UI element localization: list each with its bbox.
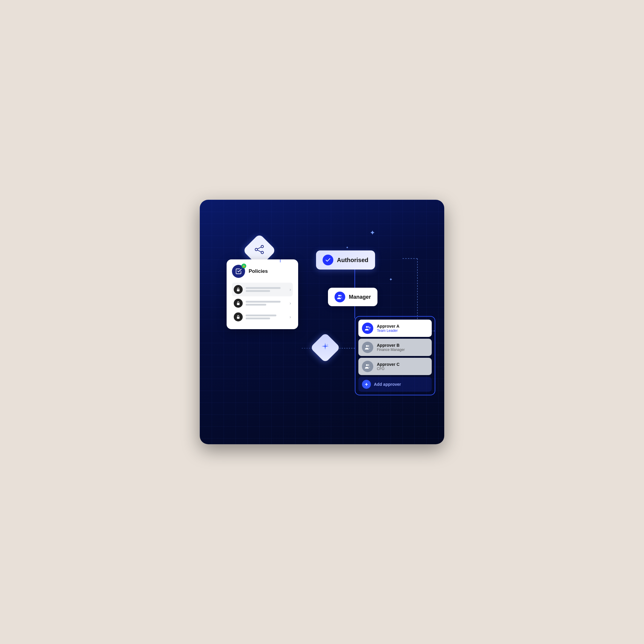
policy-row-3[interactable]: › bbox=[232, 310, 293, 324]
sparkle-star-1: ✦ bbox=[370, 230, 375, 236]
svg-point-10 bbox=[261, 251, 264, 254]
authorised-label: Authorised bbox=[337, 257, 369, 264]
share-icon bbox=[254, 244, 265, 257]
authorised-node: Authorised bbox=[316, 250, 375, 270]
policy-row-2[interactable]: › bbox=[232, 296, 293, 310]
svg-point-23 bbox=[366, 364, 368, 366]
svg-rect-14 bbox=[237, 303, 240, 305]
approver-c-icon bbox=[362, 361, 373, 372]
approver-b-name: Approver B bbox=[377, 343, 428, 348]
policy-lines-3 bbox=[246, 315, 287, 319]
approvers-panel: Approver A Team Leader Approver B Financ… bbox=[355, 316, 435, 395]
approver-a-role: Team Leader bbox=[377, 329, 428, 333]
svg-point-22 bbox=[368, 345, 369, 347]
manager-people-icon bbox=[335, 292, 345, 302]
svg-point-20 bbox=[369, 327, 371, 329]
sparkle-star-4: ✦ bbox=[346, 246, 349, 249]
policies-title: Policies bbox=[249, 268, 268, 274]
svg-point-24 bbox=[368, 364, 369, 366]
svg-line-12 bbox=[258, 250, 261, 252]
svg-point-9 bbox=[255, 248, 258, 251]
policy-row-1[interactable]: › bbox=[232, 283, 293, 296]
manager-label: Manager bbox=[349, 294, 371, 300]
approver-a-name: Approver A bbox=[377, 324, 428, 329]
policy-arrow-3: › bbox=[290, 315, 291, 319]
manager-node: Manager bbox=[328, 288, 377, 306]
svg-point-19 bbox=[368, 326, 369, 328]
svg-point-16 bbox=[338, 295, 340, 297]
add-approver-row[interactable]: + Add approver bbox=[358, 377, 432, 392]
approver-row-a[interactable]: Approver A Team Leader bbox=[358, 320, 432, 337]
main-card: ✦ ✦ ✦ ✦ 🔒 Policies bbox=[200, 200, 444, 444]
policy-arrow-1: › bbox=[290, 287, 291, 292]
policy-lock-icon-3 bbox=[234, 312, 243, 321]
approver-b-info: Approver B Finance Manager bbox=[377, 343, 428, 352]
svg-rect-15 bbox=[237, 317, 240, 319]
approver-a-icon bbox=[362, 323, 373, 334]
policies-icon-circle: 🔒 bbox=[232, 265, 245, 278]
policy-lock-icon-1 bbox=[234, 285, 243, 294]
svg-point-21 bbox=[366, 345, 368, 347]
policy-lines-1 bbox=[246, 287, 287, 292]
svg-point-17 bbox=[340, 295, 342, 297]
approver-c-name: Approver C bbox=[377, 362, 428, 367]
policies-header: 🔒 Policies bbox=[232, 265, 293, 278]
svg-rect-13 bbox=[237, 289, 240, 291]
policy-lock-icon-2 bbox=[234, 299, 243, 308]
svg-point-8 bbox=[261, 245, 264, 248]
approver-b-icon bbox=[362, 342, 373, 353]
sparkle-icon bbox=[321, 342, 330, 353]
approver-a-info: Approver A Team Leader bbox=[377, 324, 428, 333]
svg-line-11 bbox=[258, 247, 261, 249]
approver-b-role: Finance Manager bbox=[377, 348, 428, 352]
sparkle-star-2: ✦ bbox=[389, 277, 393, 281]
policy-lines-2 bbox=[246, 301, 287, 306]
policies-card: 🔒 Policies › bbox=[227, 259, 298, 329]
plus-icon: + bbox=[362, 380, 371, 389]
approver-row-c[interactable]: Approver C CFO bbox=[358, 358, 432, 375]
lock-badge-icon: 🔒 bbox=[241, 264, 246, 268]
check-circle-icon bbox=[323, 255, 333, 265]
svg-point-18 bbox=[366, 326, 368, 328]
policy-arrow-2: › bbox=[290, 301, 291, 306]
add-approver-label: Add approver bbox=[374, 382, 401, 387]
approver-c-role: CFO bbox=[377, 367, 428, 371]
approver-c-info: Approver C CFO bbox=[377, 362, 428, 371]
sparkle-diamond bbox=[310, 332, 340, 363]
approver-row-b[interactable]: Approver B Finance Manager bbox=[358, 339, 432, 356]
